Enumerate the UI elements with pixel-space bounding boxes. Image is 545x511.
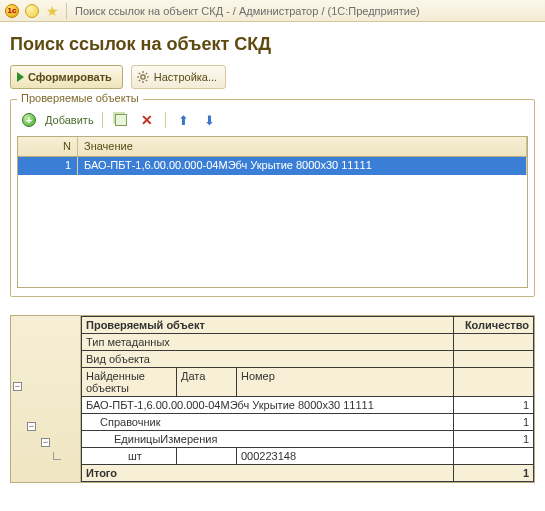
- header-found: Найденные объекты: [82, 368, 177, 397]
- generate-button-label: Сформировать: [28, 71, 112, 83]
- table-row[interactable]: шт 000223148: [82, 448, 534, 465]
- header-kind: Вид объекта: [82, 351, 454, 368]
- report-area: − − − Проверяемый объект Количество Тип …: [10, 315, 535, 483]
- delete-icon: ✕: [141, 112, 153, 128]
- page-title: Поиск ссылок на объект СКД: [10, 34, 535, 55]
- tree-line-icon: [53, 452, 61, 460]
- cell-value: БАО-ПБТ-1,6.00.00.000-04МЭбч Укрытие 800…: [78, 157, 527, 175]
- cell-qty: [454, 448, 534, 465]
- copy-icon: [115, 114, 127, 126]
- generate-button[interactable]: Сформировать: [10, 65, 123, 89]
- delete-button[interactable]: ✕: [137, 110, 157, 130]
- col-n[interactable]: N: [18, 137, 78, 156]
- col-value[interactable]: Значение: [78, 137, 527, 156]
- copy-button[interactable]: [111, 110, 131, 130]
- app-icon: 1c: [4, 3, 20, 19]
- header-date: Дата: [177, 368, 237, 397]
- cell-qty: 1: [454, 431, 534, 448]
- plus-icon: +: [22, 113, 36, 127]
- cell-object: БАО-ПБТ-1,6.00.00.000-04МЭбч Укрытие 800…: [82, 397, 454, 414]
- table-row[interactable]: 1 БАО-ПБТ-1,6.00.00.000-04МЭбч Укрытие 8…: [18, 157, 527, 175]
- header-qty: Количество: [454, 317, 534, 334]
- nav-back-icon[interactable]: [24, 3, 40, 19]
- tree-collapse-icon[interactable]: −: [41, 438, 50, 447]
- total-row[interactable]: Итого 1: [82, 465, 534, 482]
- cell-qty: 1: [454, 397, 534, 414]
- total-qty: 1: [454, 465, 534, 482]
- table-row[interactable]: ЕдиницыИзмерения 1: [82, 431, 534, 448]
- cell-qty: 1: [454, 414, 534, 431]
- arrow-up-icon: ⬆: [178, 113, 189, 128]
- fieldset-legend: Проверяемые объекты: [17, 92, 143, 104]
- empty: [454, 368, 534, 397]
- tree-collapse-icon[interactable]: −: [13, 382, 22, 391]
- tree-collapse-icon[interactable]: −: [27, 422, 36, 431]
- cell-number: 000223148: [237, 448, 454, 465]
- settings-button-label: Настройка...: [154, 71, 217, 83]
- favorite-icon[interactable]: ★: [44, 3, 60, 19]
- cell-item: шт: [82, 448, 177, 465]
- titlebar: 1c ★ Поиск ссылок на объект СКД - / Адми…: [0, 0, 545, 22]
- move-up-button[interactable]: ⬆: [174, 110, 194, 130]
- add-button-label[interactable]: Добавить: [45, 114, 94, 126]
- objects-grid[interactable]: N Значение 1 БАО-ПБТ-1,6.00.00.000-04МЭб…: [17, 136, 528, 288]
- checked-objects-fieldset: Проверяемые объекты + Добавить ✕ ⬆ ⬇ N З…: [10, 99, 535, 297]
- separator: [102, 112, 103, 128]
- gear-icon: [136, 70, 150, 84]
- header-number: Номер: [237, 368, 454, 397]
- svg-point-0: [141, 75, 145, 79]
- add-button[interactable]: +: [19, 110, 39, 130]
- cell-date: [177, 448, 237, 465]
- cell-kind: ЕдиницыИзмерения: [82, 431, 454, 448]
- empty: [454, 334, 534, 351]
- total-label: Итого: [82, 465, 454, 482]
- window-title: Поиск ссылок на объект СКД - / Администр…: [75, 5, 420, 17]
- play-icon: [17, 72, 24, 82]
- separator: [66, 3, 67, 19]
- separator: [165, 112, 166, 128]
- header-object: Проверяемый объект: [82, 317, 454, 334]
- table-row[interactable]: Справочник 1: [82, 414, 534, 431]
- main-toolbar: Сформировать Настройка...: [10, 65, 535, 89]
- move-down-button[interactable]: ⬇: [200, 110, 220, 130]
- report-table[interactable]: Проверяемый объект Количество Тип метада…: [81, 316, 534, 482]
- cell-type: Справочник: [82, 414, 454, 431]
- settings-button[interactable]: Настройка...: [131, 65, 226, 89]
- grid-header: N Значение: [18, 137, 527, 157]
- header-type: Тип метаданных: [82, 334, 454, 351]
- empty: [454, 351, 534, 368]
- table-row[interactable]: БАО-ПБТ-1,6.00.00.000-04МЭбч Укрытие 800…: [82, 397, 534, 414]
- arrow-down-icon: ⬇: [204, 113, 215, 128]
- tree-gutter: − − −: [11, 316, 81, 482]
- cell-n: 1: [18, 157, 78, 175]
- fieldset-toolbar: + Добавить ✕ ⬆ ⬇: [19, 110, 528, 130]
